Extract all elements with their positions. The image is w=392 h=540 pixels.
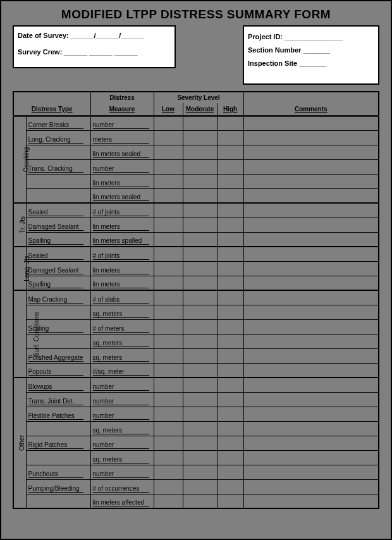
high-cell[interactable] (217, 319, 243, 334)
low-cell[interactable] (154, 363, 183, 377)
high-cell[interactable] (217, 159, 243, 174)
moderate-cell[interactable] (183, 247, 217, 261)
moderate-cell[interactable] (183, 450, 217, 465)
moderate-cell[interactable] (183, 159, 217, 174)
comments-cell[interactable] (243, 203, 379, 218)
low-cell[interactable] (154, 247, 183, 261)
comments-cell[interactable] (243, 348, 379, 363)
low-cell[interactable] (154, 479, 183, 494)
section-number-field[interactable]: Section Number _______ (248, 44, 374, 57)
low-cell[interactable] (154, 436, 183, 450)
comments-cell[interactable] (243, 232, 379, 247)
low-cell[interactable] (154, 348, 183, 363)
comments-cell[interactable] (243, 247, 379, 261)
comments-cell[interactable] (243, 261, 379, 276)
comments-cell[interactable] (243, 436, 379, 450)
high-cell[interactable] (217, 407, 243, 421)
low-cell[interactable] (154, 319, 183, 334)
low-cell[interactable] (154, 188, 183, 203)
moderate-cell[interactable] (183, 407, 217, 421)
comments-cell[interactable] (243, 421, 379, 436)
high-cell[interactable] (217, 145, 243, 159)
high-cell[interactable] (217, 305, 243, 319)
high-cell[interactable] (217, 203, 243, 218)
moderate-cell[interactable] (183, 465, 217, 479)
comments-cell[interactable] (243, 363, 379, 377)
moderate-cell[interactable] (183, 305, 217, 319)
moderate-cell[interactable] (183, 319, 217, 334)
comments-cell[interactable] (243, 116, 379, 130)
high-cell[interactable] (217, 218, 243, 232)
comments-cell[interactable] (243, 319, 379, 334)
high-cell[interactable] (217, 348, 243, 363)
high-cell[interactable] (217, 276, 243, 290)
moderate-cell[interactable] (183, 174, 217, 188)
moderate-cell[interactable] (183, 145, 217, 159)
high-cell[interactable] (217, 377, 243, 392)
high-cell[interactable] (217, 261, 243, 276)
moderate-cell[interactable] (183, 436, 217, 450)
low-cell[interactable] (154, 276, 183, 290)
low-cell[interactable] (154, 407, 183, 421)
high-cell[interactable] (217, 494, 243, 508)
moderate-cell[interactable] (183, 218, 217, 232)
low-cell[interactable] (154, 261, 183, 276)
moderate-cell[interactable] (183, 494, 217, 508)
low-cell[interactable] (154, 145, 183, 159)
high-cell[interactable] (217, 392, 243, 407)
low-cell[interactable] (154, 174, 183, 188)
low-cell[interactable] (154, 203, 183, 218)
high-cell[interactable] (217, 116, 243, 130)
low-cell[interactable] (154, 116, 183, 130)
moderate-cell[interactable] (183, 130, 217, 145)
comments-cell[interactable] (243, 334, 379, 348)
comments-cell[interactable] (243, 494, 379, 508)
inspection-site-field[interactable]: Inspection Site _______ (248, 57, 374, 70)
comments-cell[interactable] (243, 174, 379, 188)
high-cell[interactable] (217, 363, 243, 377)
comments-cell[interactable] (243, 290, 379, 305)
comments-cell[interactable] (243, 450, 379, 465)
date-of-survey-field[interactable]: Date of Survey: ______/______/______ (18, 30, 171, 42)
low-cell[interactable] (154, 334, 183, 348)
moderate-cell[interactable] (183, 363, 217, 377)
moderate-cell[interactable] (183, 188, 217, 203)
high-cell[interactable] (217, 479, 243, 494)
low-cell[interactable] (154, 377, 183, 392)
low-cell[interactable] (154, 218, 183, 232)
comments-cell[interactable] (243, 130, 379, 145)
low-cell[interactable] (154, 290, 183, 305)
moderate-cell[interactable] (183, 261, 217, 276)
moderate-cell[interactable] (183, 392, 217, 407)
comments-cell[interactable] (243, 145, 379, 159)
moderate-cell[interactable] (183, 116, 217, 130)
high-cell[interactable] (217, 465, 243, 479)
high-cell[interactable] (217, 290, 243, 305)
moderate-cell[interactable] (183, 421, 217, 436)
comments-cell[interactable] (243, 465, 379, 479)
high-cell[interactable] (217, 450, 243, 465)
high-cell[interactable] (217, 188, 243, 203)
project-id-field[interactable]: Project ID: _______________ (248, 30, 374, 44)
low-cell[interactable] (154, 494, 183, 508)
survey-crew-field[interactable]: Survey Crew: ______ ______ ______ (18, 47, 171, 58)
moderate-cell[interactable] (183, 479, 217, 494)
moderate-cell[interactable] (183, 290, 217, 305)
low-cell[interactable] (154, 159, 183, 174)
high-cell[interactable] (217, 232, 243, 247)
high-cell[interactable] (217, 436, 243, 450)
moderate-cell[interactable] (183, 276, 217, 290)
comments-cell[interactable] (243, 407, 379, 421)
moderate-cell[interactable] (183, 232, 217, 247)
high-cell[interactable] (217, 334, 243, 348)
comments-cell[interactable] (243, 159, 379, 174)
comments-cell[interactable] (243, 392, 379, 407)
high-cell[interactable] (217, 421, 243, 436)
high-cell[interactable] (217, 174, 243, 188)
low-cell[interactable] (154, 450, 183, 465)
high-cell[interactable] (217, 247, 243, 261)
comments-cell[interactable] (243, 276, 379, 290)
comments-cell[interactable] (243, 188, 379, 203)
low-cell[interactable] (154, 232, 183, 247)
comments-cell[interactable] (243, 377, 379, 392)
